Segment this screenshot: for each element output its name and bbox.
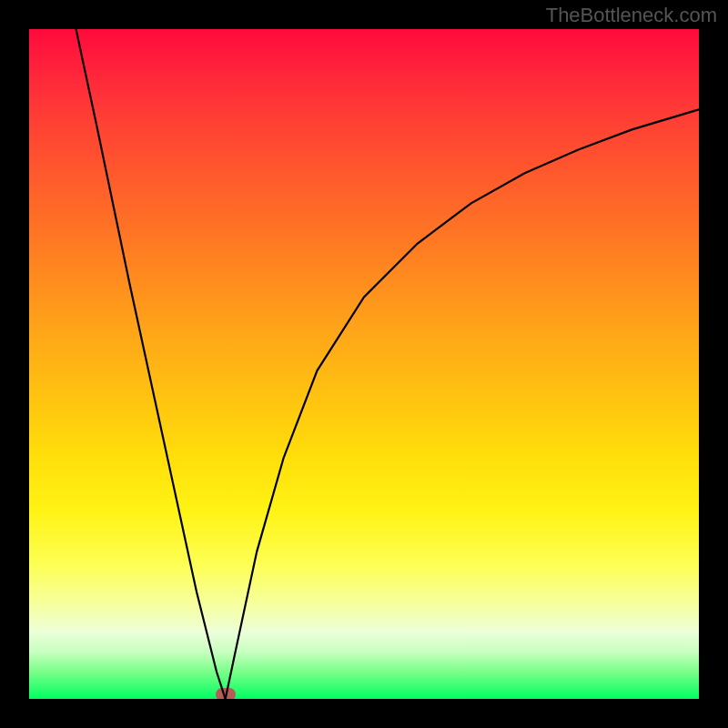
watermark-text: TheBottleneck.com — [546, 4, 717, 27]
plot-area — [29, 29, 699, 699]
curve-right-branch — [226, 109, 699, 699]
curve-svg — [29, 29, 699, 699]
curve-left-branch — [76, 29, 226, 699]
